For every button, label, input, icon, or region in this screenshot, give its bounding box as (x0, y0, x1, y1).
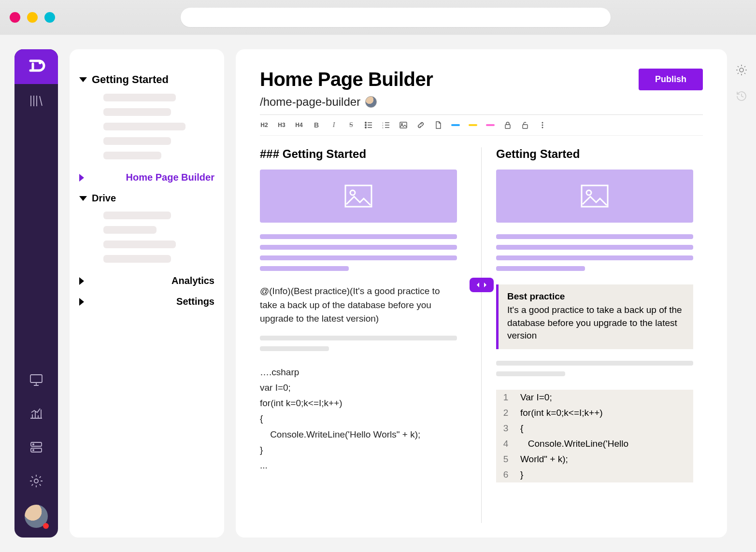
toolbar-lock[interactable] (503, 121, 512, 129)
line-number: 6 (496, 467, 515, 482)
toolbar-ul[interactable] (364, 121, 373, 129)
tree-skeleton-group (79, 209, 214, 270)
svg-point-4 (33, 444, 34, 445)
toolbar-highlight-pink[interactable] (486, 124, 495, 126)
line-number: 2 (496, 405, 515, 421)
divider-handle[interactable] (470, 278, 494, 292)
tree-label: Drive (92, 193, 116, 204)
image-placeholder (496, 170, 693, 223)
toolbar-h2[interactable]: H2 (260, 122, 269, 128)
minimize-window-dot[interactable] (27, 12, 38, 23)
browser-chrome (0, 0, 756, 35)
history-icon[interactable] (735, 90, 748, 104)
image-placeholder (260, 170, 457, 223)
toolbar-highlight-blue[interactable] (451, 124, 460, 126)
tree-label: Analytics (171, 275, 214, 286)
toolbar-italic[interactable]: I (329, 121, 338, 129)
slug-row: /home-page-builder (260, 95, 703, 115)
line-number: 5 (496, 452, 515, 467)
paragraph-skeleton (260, 234, 457, 271)
code-line: World" + k); (515, 452, 693, 467)
editor-panel: Home Page Builder Publish /home-page-bui… (236, 49, 727, 538)
analytics-icon[interactable] (14, 396, 58, 430)
svg-point-19 (542, 127, 543, 128)
settings-icon[interactable] (735, 64, 748, 78)
close-window-dot[interactable] (10, 12, 20, 23)
skeleton-line (103, 108, 171, 116)
svg-point-0 (39, 61, 42, 64)
caret-right-icon (79, 174, 121, 182)
skeleton-line (103, 226, 157, 234)
toolbar-h4[interactable]: H4 (295, 122, 303, 128)
tree-item-getting-started[interactable]: Getting Started (79, 69, 214, 91)
svg-rect-15 (505, 125, 510, 128)
toolbar-ol[interactable]: 123 (382, 121, 390, 129)
svg-point-8 (365, 125, 366, 126)
callout-body: It's a good practice to take a back up o… (507, 304, 685, 342)
svg-point-21 (350, 190, 355, 195)
maximize-window-dot[interactable] (44, 12, 55, 23)
svg-point-9 (365, 127, 366, 128)
window-controls (10, 12, 55, 23)
skeleton-line (103, 255, 171, 263)
tree-item-drive[interactable]: Drive (79, 188, 214, 209)
toolbar-h3[interactable]: H3 (277, 122, 286, 128)
caret-right-icon (79, 277, 167, 285)
info-shortcode: @(Info)(Best practice)(It's a good pract… (260, 284, 457, 326)
toolbar-bold[interactable]: B (312, 121, 321, 129)
toolbar-highlight-yellow[interactable] (469, 124, 477, 126)
user-avatar[interactable] (25, 505, 48, 528)
toolbar-link[interactable] (416, 121, 425, 129)
publish-button[interactable]: Publish (639, 69, 703, 90)
code-line: { (515, 421, 693, 436)
toolbar-more[interactable] (538, 121, 547, 129)
line-number: 3 (496, 421, 515, 436)
toolbar-file[interactable] (434, 121, 442, 129)
settings-icon[interactable] (14, 464, 58, 498)
code-line: Console.WriteLine('Hello (515, 436, 693, 452)
paragraph-skeleton-grey (496, 361, 693, 376)
tree-item-home-page-builder[interactable]: Home Page Builder (79, 167, 214, 188)
caret-down-icon (79, 196, 87, 201)
editor-preview-pane: Getting Started Best practice It's a goo… (496, 147, 703, 523)
tree-item-analytics[interactable]: Analytics (79, 270, 214, 291)
skeleton-line (103, 212, 171, 219)
line-number: 4 (496, 436, 515, 452)
toolbar-image[interactable] (399, 121, 408, 129)
toolbar-unlock[interactable] (521, 121, 529, 129)
line-number: 1 (496, 390, 515, 405)
svg-point-14 (401, 124, 403, 125)
page-title: Home Page Builder (260, 69, 433, 90)
code-line: } (515, 467, 693, 482)
source-heading: ### Getting Started (260, 147, 457, 161)
svg-point-6 (34, 479, 38, 483)
skeleton-line (103, 152, 161, 159)
collaborator-avatar[interactable] (365, 96, 377, 108)
svg-point-24 (740, 68, 743, 72)
tree-item-settings[interactable]: Settings (79, 291, 214, 312)
svg-point-7 (365, 122, 366, 123)
source-code-block: ….csharp var I=0; for(int k=0;k<=I;k++) … (260, 365, 457, 474)
toolbar-strike[interactable]: S (347, 121, 356, 129)
tree-skeleton-group (79, 91, 214, 167)
paragraph-skeleton (496, 234, 693, 271)
server-icon[interactable] (14, 430, 58, 464)
app-logo[interactable] (14, 49, 58, 84)
monitor-icon[interactable] (14, 363, 58, 396)
svg-point-5 (33, 450, 34, 451)
svg-rect-13 (400, 122, 407, 128)
skeleton-line (103, 241, 176, 248)
skeleton-line (103, 123, 185, 130)
pane-divider (481, 147, 482, 523)
skeleton-line (103, 137, 171, 145)
svg-rect-1 (30, 375, 42, 382)
svg-point-17 (542, 122, 543, 124)
editor-toolbar: H2 H3 H4 B I S 123 (260, 115, 703, 136)
editor-source-pane[interactable]: ### Getting Started @(Info)(Best practic… (260, 147, 467, 523)
tree-label: Home Page Builder (126, 172, 214, 183)
svg-point-23 (586, 190, 591, 195)
svg-rect-16 (523, 125, 528, 128)
library-icon[interactable] (14, 84, 58, 118)
page-slug[interactable]: /home-page-builder (260, 95, 360, 109)
url-bar[interactable] (181, 8, 611, 27)
